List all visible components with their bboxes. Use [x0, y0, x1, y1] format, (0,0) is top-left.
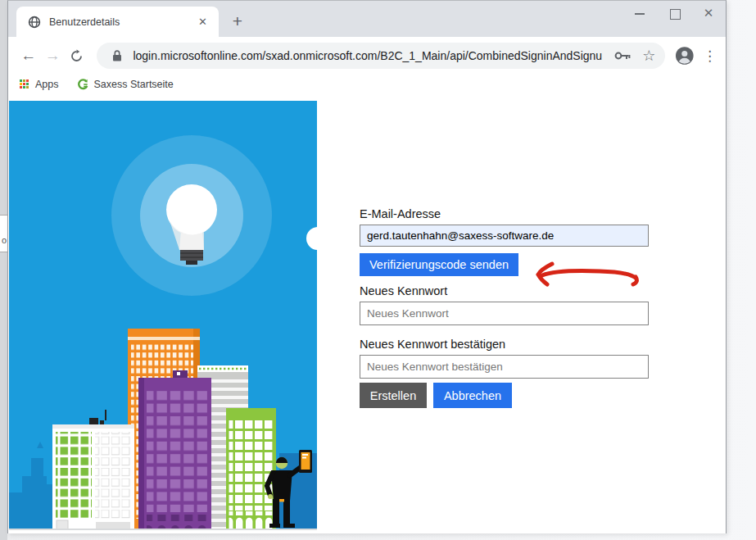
background-window-peek: o	[0, 215, 7, 252]
lightbulb-icon	[111, 135, 272, 296]
screenshot-stage: o Benutzerdetails ✕ + ✕ ← →	[0, 0, 756, 540]
send-verification-code-button[interactable]: Verifizierungscode senden	[360, 253, 518, 276]
close-button[interactable]: ✕	[703, 7, 714, 19]
password-key-icon[interactable]	[614, 51, 631, 61]
minimize-button[interactable]	[634, 7, 645, 19]
url-text[interactable]: login.microsoftonline.com/sxad.onmicroso…	[133, 49, 603, 62]
tab-title: Benutzerdetails	[49, 16, 193, 28]
tab-close-icon[interactable]: ✕	[193, 16, 212, 28]
confirm-password-label: Neues Kennwort bestätigen	[360, 338, 505, 351]
bookmark-star-icon[interactable]: ☆	[642, 47, 655, 65]
page-content: E-Mail-Adresse Verifizierungscode senden…	[8, 94, 726, 533]
illustration-bottom-edge	[9, 529, 317, 530]
bookmark-saxess[interactable]: Saxess Startseite	[77, 79, 174, 90]
browser-menu-icon[interactable]: ⋮	[703, 48, 716, 65]
bookmark-apps[interactable]: Apps	[20, 79, 59, 90]
cancel-button[interactable]: Abbrechen	[433, 383, 512, 408]
new-tab-button[interactable]: +	[226, 11, 249, 34]
annotation-arrow	[521, 249, 644, 290]
email-label: E-Mail-Adresse	[360, 207, 441, 220]
green-building	[226, 408, 276, 530]
browser-toolbar: ← → login.microsoftonline.com/sxad.onmic…	[8, 37, 726, 75]
bookmarks-bar: Apps Saxess Startseite	[8, 75, 726, 94]
new-password-label: Neues Kennwort	[360, 284, 447, 297]
bookmark-apps-label: Apps	[35, 79, 59, 90]
white-building	[52, 410, 134, 530]
tab-strip: Benutzerdetails ✕ + ✕	[8, 1, 726, 37]
profile-avatar-icon[interactable]	[675, 46, 695, 66]
window-controls: ✕	[634, 1, 721, 25]
saxess-logo-icon	[77, 79, 88, 90]
create-button[interactable]: Erstellen	[360, 383, 427, 408]
reload-icon[interactable]	[65, 49, 88, 63]
background-window-text: o	[2, 235, 7, 245]
bookmark-saxess-label: Saxess Startseite	[94, 79, 174, 90]
maximize-button[interactable]	[668, 7, 680, 19]
apps-grid-icon	[20, 79, 29, 89]
forward-icon: →	[40, 47, 64, 65]
confirm-password-field[interactable]	[360, 355, 649, 379]
tablet-icon	[299, 450, 312, 473]
url-bar[interactable]: login.microsoftonline.com/sxad.onmicroso…	[97, 43, 665, 69]
city-illustration	[9, 101, 317, 530]
back-icon[interactable]: ←	[16, 47, 40, 65]
globe-favicon-icon	[28, 16, 41, 29]
new-password-field[interactable]	[360, 302, 649, 325]
browser-window: Benutzerdetails ✕ + ✕ ← →	[7, 0, 727, 533]
purple-building	[138, 370, 211, 530]
desktop-background-strip	[0, 0, 7, 540]
lock-icon	[111, 49, 123, 62]
email-field[interactable]	[360, 225, 649, 247]
browser-tab[interactable]: Benutzerdetails ✕	[16, 7, 219, 37]
